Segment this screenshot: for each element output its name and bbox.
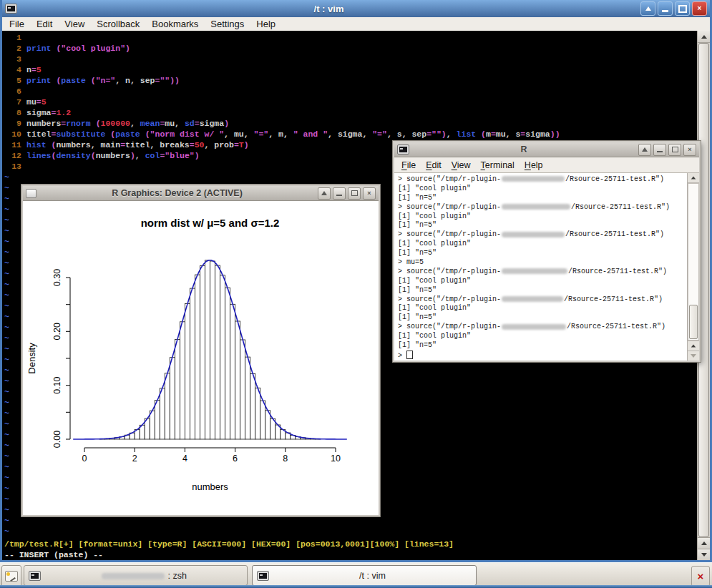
scroll-up-button[interactable] [698, 31, 710, 43]
show-desktop-button[interactable] [1, 565, 21, 587]
code-token: numbers [26, 119, 61, 128]
menu-item-scrollback[interactable]: Scrollback [97, 19, 140, 29]
vim-line: 7mu=5 [4, 97, 697, 107]
menu-item-settings[interactable]: Settings [210, 19, 244, 29]
code-token: , prob [204, 140, 233, 150]
code-token: , [135, 151, 145, 160]
menu-item-bookmarks[interactable]: Bookmarks [152, 19, 198, 29]
code-token [86, 76, 91, 85]
histogram-bar [160, 388, 165, 439]
console-line: [1] "n=5" [398, 194, 687, 203]
console-text: > source("/tmp/r-plugin- [398, 323, 501, 330]
scrollbar-track[interactable] [688, 183, 699, 340]
vim-line: 4n=5 [4, 64, 697, 75]
code-token: "norm dist w/ " [150, 129, 225, 139]
scroll-up-button-2[interactable] [698, 537, 710, 549]
scroll-down-button[interactable] [688, 351, 699, 361]
code-token: , [130, 119, 140, 128]
console-output[interactable]: > source("/tmp/r-plugin-/Rsource-25711-t… [394, 173, 687, 361]
code-token: = [36, 97, 42, 107]
code-token: density [56, 151, 90, 160]
code-token: ) [125, 44, 130, 53]
histogram-bar [150, 411, 155, 439]
menu-item-edit[interactable]: Edit [426, 160, 442, 170]
menu-item-view[interactable]: View [452, 160, 471, 170]
histogram-bar [190, 288, 195, 439]
shade-button[interactable] [640, 1, 655, 16]
code-token [91, 119, 96, 128]
menu-item-terminal[interactable]: Terminal [481, 160, 515, 170]
censored-text [502, 204, 570, 210]
histogram-bar [220, 275, 225, 439]
vim-titlebar[interactable]: /t : vim × [2, 0, 710, 17]
graphics-titlebar[interactable]: R Graphics: Device 2 (ACTIVE) × [23, 186, 379, 201]
code-token: mu, [165, 119, 185, 128]
minimize-button[interactable] [333, 187, 346, 200]
maximize-button[interactable] [675, 1, 690, 16]
task-label: /t : vim [269, 571, 476, 581]
arrow-up-icon [701, 542, 707, 545]
scroll-up-button[interactable] [688, 173, 699, 183]
code-token: hist [26, 140, 47, 150]
scrollbar-thumb[interactable] [689, 305, 698, 339]
histogram-bar [170, 358, 175, 439]
histogram-bar [200, 266, 205, 439]
task-button-zsh[interactable]: : zsh [24, 565, 248, 586]
arrow-up-icon [701, 35, 707, 39]
konsole-icon [5, 4, 17, 14]
console-text: > source("/tmp/r-plugin- [398, 175, 501, 183]
menu-item-help[interactable]: Help [525, 160, 543, 170]
arrow-up-icon [321, 191, 327, 195]
line-number: 10 [4, 129, 21, 139]
code-token: rnorm [66, 119, 91, 128]
minimize-button[interactable] [653, 144, 666, 156]
console-line: [1] "n=5" [398, 341, 687, 351]
scroll-up-button-2[interactable] [688, 340, 699, 351]
close-button[interactable]: × [363, 187, 376, 200]
console-line: [1] "cool plugin" [398, 240, 687, 249]
vim-line: 3 [4, 54, 697, 64]
menu-item-edit[interactable]: Edit [36, 19, 52, 29]
code-token: mu, s [496, 129, 521, 139]
menu-item-view[interactable]: View [64, 19, 84, 29]
y-axis-label: Density [26, 343, 37, 374]
close-button[interactable]: × [692, 1, 707, 16]
code-token: "n=" [96, 76, 116, 85]
maximize-button[interactable] [348, 187, 361, 200]
maximize-button[interactable] [668, 144, 681, 156]
task-button-vim[interactable]: /t : vim [252, 565, 477, 586]
panel-close-button[interactable]: × [691, 566, 710, 587]
censored-text [502, 176, 565, 182]
console-text: > source("/tmp/r-plugin- [398, 295, 501, 303]
task-label: : zsh [41, 571, 247, 581]
code-token: substitute [56, 129, 105, 139]
menu-item-help[interactable]: Help [256, 19, 275, 29]
histogram-bar [240, 340, 245, 439]
show-desktop-icon [5, 571, 18, 582]
code-token: , [447, 129, 457, 139]
code-token: "" [431, 129, 442, 139]
line-number: 9 [4, 118, 21, 129]
x-axis-label: numbers [192, 481, 228, 492]
scroll-down-button[interactable] [698, 549, 710, 560]
plot-title: norm dist w/ μ=5 and σ=1.2 [141, 217, 280, 229]
shade-button[interactable] [638, 144, 651, 156]
menu-item-file[interactable]: File [401, 160, 416, 170]
minimize-button[interactable] [658, 1, 673, 16]
console-scrollbar[interactable] [687, 173, 699, 361]
console-titlebar[interactable]: R × [394, 142, 699, 157]
code-token: )) [550, 129, 560, 139]
console-prompt: > [398, 352, 406, 360]
console-line: > mu=5 [398, 258, 687, 268]
terminal-icon [257, 571, 269, 581]
menu-item-file[interactable]: File [9, 19, 24, 29]
graphics-window-buttons: × [318, 187, 376, 200]
code-token [47, 140, 52, 150]
console-text: /Rsource-25711-test.R") [568, 268, 667, 275]
histogram-bar [175, 339, 180, 439]
code-token: m [486, 129, 491, 139]
close-button[interactable]: × [683, 144, 696, 156]
code-token: , mu, [224, 129, 253, 139]
shade-button[interactable] [318, 187, 331, 200]
y-tick-label: 0.00 [52, 431, 62, 448]
